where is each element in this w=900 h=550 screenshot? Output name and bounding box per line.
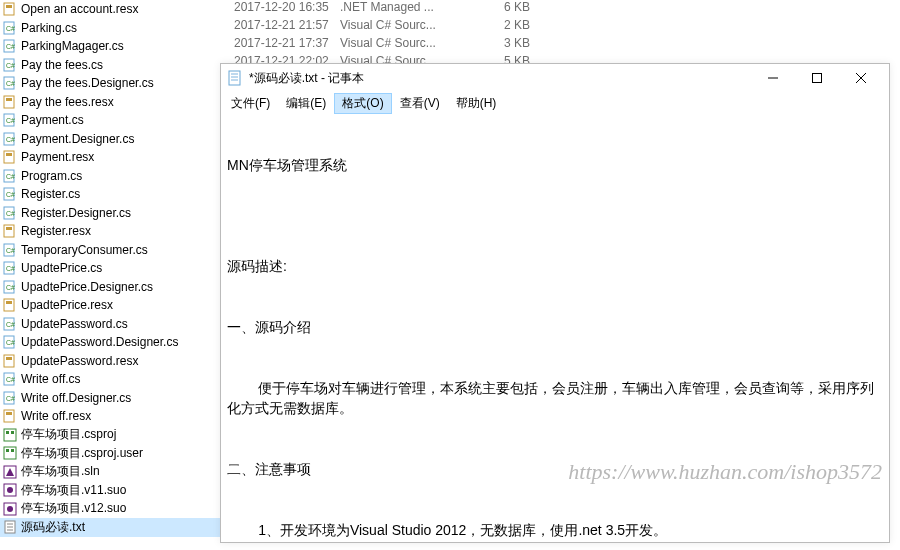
cs-file-icon: C#: [3, 391, 17, 405]
menu-format[interactable]: 格式(O): [334, 93, 391, 114]
resx-file-icon: [3, 354, 17, 368]
cs-file-icon: C#: [3, 335, 17, 349]
file-row[interactable]: UpdatePassword.resx: [0, 352, 220, 371]
file-name: Write off.Designer.cs: [21, 391, 131, 405]
file-row[interactable]: Write off.resx: [0, 407, 220, 426]
svg-text:C#: C#: [6, 117, 15, 124]
detail-row[interactable]: 2017-12-20 16:35.NET Managed ...6 KB: [220, 0, 900, 18]
file-name: 停车场项目.v12.suo: [21, 500, 126, 517]
file-name: UpadtePrice.resx: [21, 298, 113, 312]
svg-rect-46: [4, 429, 16, 441]
minimize-button[interactable]: [751, 64, 795, 92]
txt-file-icon: [3, 520, 17, 534]
file-row[interactable]: 停车场项目.sln: [0, 463, 220, 482]
menu-edit[interactable]: 编辑(E): [278, 93, 334, 114]
detail-type: .NET Managed ...: [340, 0, 470, 18]
file-name: 停车场项目.v11.suo: [21, 482, 126, 499]
svg-text:C#: C#: [6, 321, 15, 328]
svg-text:C#: C#: [6, 339, 15, 346]
svg-rect-67: [813, 74, 822, 83]
file-name: Payment.resx: [21, 150, 94, 164]
file-name: Payment.Designer.cs: [21, 132, 134, 146]
detail-size: 2 KB: [470, 18, 530, 36]
detail-size: 6 KB: [470, 0, 530, 18]
svg-rect-38: [4, 355, 14, 367]
svg-rect-33: [6, 301, 12, 304]
svg-rect-11: [6, 98, 12, 101]
file-name: UpdatePassword.Designer.cs: [21, 335, 178, 349]
file-row[interactable]: C#UpdatePassword.cs: [0, 315, 220, 334]
resx-file-icon: [3, 409, 17, 423]
file-row[interactable]: UpadtePrice.resx: [0, 296, 220, 315]
menu-view[interactable]: 查看(V): [392, 93, 448, 114]
cs-file-icon: C#: [3, 132, 17, 146]
file-row[interactable]: C#Write off.Designer.cs: [0, 389, 220, 408]
detail-row[interactable]: 2017-12-21 21:57Visual C# Sourc...2 KB: [220, 18, 900, 36]
file-row[interactable]: C#UpdatePassword.Designer.cs: [0, 333, 220, 352]
svg-point-57: [7, 506, 13, 512]
svg-text:C#: C#: [6, 25, 15, 32]
svg-text:C#: C#: [6, 395, 15, 402]
detail-type: Visual C# Sourc...: [340, 36, 470, 54]
file-row[interactable]: C#Payment.cs: [0, 111, 220, 130]
file-row[interactable]: 停车场项目.v11.suo: [0, 481, 220, 500]
svg-rect-32: [4, 299, 14, 311]
svg-rect-24: [4, 225, 14, 237]
file-row[interactable]: Open an account.resx: [0, 0, 220, 19]
file-row[interactable]: C#Pay the fees.Designer.cs: [0, 74, 220, 93]
svg-rect-62: [229, 71, 240, 85]
file-row[interactable]: 停车场项目.csproj: [0, 426, 220, 445]
file-row[interactable]: C#Program.cs: [0, 167, 220, 186]
svg-text:C#: C#: [6, 80, 15, 87]
cs-file-icon: C#: [3, 113, 17, 127]
file-row[interactable]: 停车场项目.csproj.user: [0, 444, 220, 463]
file-row[interactable]: Register.resx: [0, 222, 220, 241]
file-name: UpadtePrice.cs: [21, 261, 102, 275]
file-name: Register.Designer.cs: [21, 206, 131, 220]
file-explorer-details: 2017-12-20 16:35.NET Managed ...6 KB2017…: [220, 0, 900, 70]
menu-file[interactable]: 文件(F): [223, 93, 278, 114]
file-name: Payment.cs: [21, 113, 84, 127]
file-row[interactable]: 源码必读.txt: [0, 518, 220, 537]
maximize-button[interactable]: [795, 64, 839, 92]
text-line: 一、源码介绍: [227, 317, 883, 337]
file-row[interactable]: C#Pay the fees.cs: [0, 56, 220, 75]
file-row[interactable]: 停车场项目.v12.suo: [0, 500, 220, 519]
file-row[interactable]: C#Parking.cs: [0, 19, 220, 38]
file-row[interactable]: C#TemporaryConsumer.cs: [0, 241, 220, 260]
csproj-file-icon: [3, 428, 17, 442]
file-row[interactable]: C#Register.Designer.cs: [0, 204, 220, 223]
suo-file-icon: [3, 483, 17, 497]
window-title: *源码必读.txt - 记事本: [249, 70, 751, 87]
file-name: Pay the fees.Designer.cs: [21, 76, 154, 90]
svg-text:C#: C#: [6, 62, 15, 69]
file-row[interactable]: C#Payment.Designer.cs: [0, 130, 220, 149]
titlebar[interactable]: *源码必读.txt - 记事本: [221, 64, 889, 92]
file-row[interactable]: Pay the fees.resx: [0, 93, 220, 112]
cs-file-icon: C#: [3, 58, 17, 72]
menu-help[interactable]: 帮助(H): [448, 93, 505, 114]
file-row[interactable]: C#Write off.cs: [0, 370, 220, 389]
close-button[interactable]: [839, 64, 883, 92]
svg-point-55: [7, 487, 13, 493]
detail-size: 3 KB: [470, 36, 530, 54]
text-line: 便于停车场对车辆进行管理，本系统主要包括，会员注册，车辆出入库管理，会员查询等，…: [227, 378, 883, 419]
file-row[interactable]: C#UpadtePrice.cs: [0, 259, 220, 278]
resx-file-icon: [3, 150, 17, 164]
editor-area[interactable]: MN停车场管理系统 源码描述: 一、源码介绍 便于停车场对车辆进行管理，本系统主…: [221, 114, 889, 550]
sln-file-icon: [3, 465, 17, 479]
detail-date: 2017-12-20 16:35: [220, 0, 340, 18]
file-row[interactable]: C#Register.cs: [0, 185, 220, 204]
svg-text:C#: C#: [6, 247, 15, 254]
file-row[interactable]: Payment.resx: [0, 148, 220, 167]
cs-file-icon: C#: [3, 206, 17, 220]
suo-file-icon: [3, 502, 17, 516]
detail-row[interactable]: 2017-12-21 17:37Visual C# Sourc...3 KB: [220, 36, 900, 54]
resx-file-icon: [3, 298, 17, 312]
file-row[interactable]: C#UpadtePrice.Designer.cs: [0, 278, 220, 297]
file-name: Parking.cs: [21, 21, 77, 35]
file-name: TemporaryConsumer.cs: [21, 243, 148, 257]
file-row[interactable]: C#ParkingMagager.cs: [0, 37, 220, 56]
cs-file-icon: C#: [3, 187, 17, 201]
file-name: Program.cs: [21, 169, 82, 183]
